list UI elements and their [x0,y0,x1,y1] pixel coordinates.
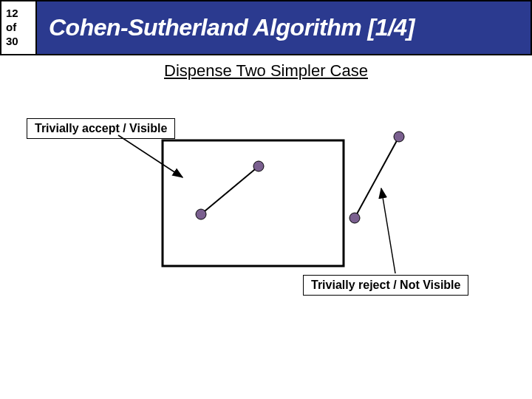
clip-window-rect [163,140,344,266]
endpoint-dot [196,209,206,219]
page-of-label: of [6,21,16,35]
endpoint-dot [394,132,404,142]
endpoint-dot [253,161,264,171]
slide-title: Cohen-Sutherland Algorithm [1/4] [49,14,415,41]
rejected-segment [355,137,399,218]
arrow-to-accept [118,135,183,177]
label-trivially-accept: Trivially accept / Visible [27,118,175,139]
page-current: 12 [6,7,18,21]
page-counter: 12 of 30 [0,0,37,55]
label-trivially-reject: Trivially reject / Not Visible [303,275,468,296]
slide-header: 12 of 30 Cohen-Sutherland Algorithm [1/4… [0,0,532,55]
page-total: 30 [6,35,18,49]
endpoint-dot [349,213,360,223]
title-bar: Cohen-Sutherland Algorithm [1/4] [37,0,532,55]
arrow-to-reject [381,188,395,273]
slide-subtitle: Dispense Two Simpler Case [0,61,532,81]
clipping-diagram [0,0,532,399]
visible-segment [201,166,259,214]
